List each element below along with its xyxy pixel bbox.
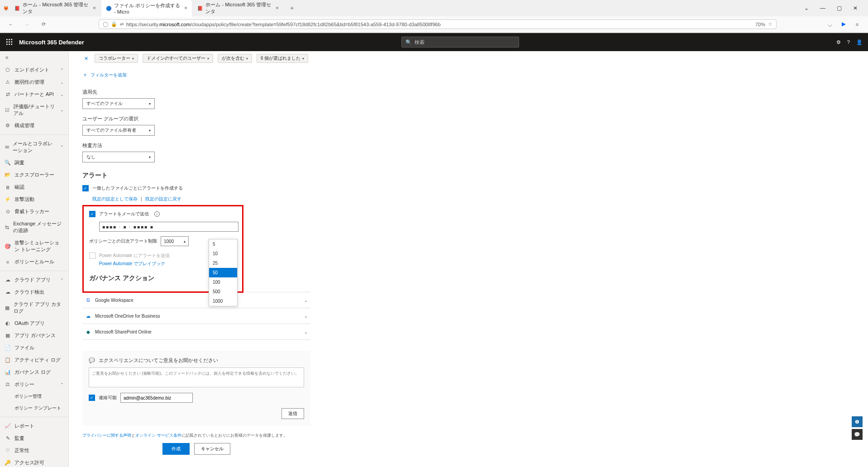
sidebar-item[interactable]: ⚙構成管理 bbox=[0, 119, 68, 132]
account-icon[interactable]: 👤 bbox=[856, 39, 863, 45]
sidebar-item[interactable]: 📂エクスプローラー bbox=[0, 169, 68, 181]
sidebar-item[interactable]: ▦アプリ ガバナンス bbox=[0, 329, 68, 342]
sidebar-item[interactable]: ⚠脆弱性の管理⌄ bbox=[0, 76, 68, 88]
sidebar-item[interactable]: ポリシー テンプレート bbox=[0, 402, 68, 414]
sidebar-item[interactable]: 🔑アクセス許可 bbox=[0, 457, 68, 467]
governance-app-row[interactable]: ◆Microsoft SharePoint Online⌄ bbox=[82, 324, 310, 340]
dropdown-option[interactable]: 5 bbox=[209, 239, 237, 249]
sidebar-item[interactable]: ≡ポリシーとルール bbox=[0, 256, 68, 268]
power-automate-checkbox[interactable] bbox=[89, 253, 95, 259]
sidebar-item[interactable]: ⇄パートナーと API⌄ bbox=[0, 88, 68, 100]
close-icon[interactable]: × bbox=[276, 5, 279, 11]
sidebar-item[interactable]: ⚖ポリシー⌃ bbox=[0, 378, 68, 391]
dropdown-option[interactable]: 25 bbox=[209, 258, 237, 268]
inspection-method-select[interactable]: なし▾ bbox=[82, 152, 155, 162]
sidebar-item[interactable]: ☑評価版/チュートリアル⌄ bbox=[0, 100, 68, 119]
sidebar-toggle[interactable]: ≡ bbox=[0, 51, 68, 64]
apply-to-select[interactable]: すべてのファイル▾ bbox=[82, 98, 155, 109]
settings-gear-icon[interactable]: ⚙ bbox=[836, 39, 841, 45]
footer-buttons: 作成 キャンセル bbox=[82, 443, 310, 455]
sidebar-item[interactable]: 🔍調査 bbox=[0, 157, 68, 169]
sidebar-item[interactable]: ◐OAuth アプリ bbox=[0, 317, 68, 329]
chevron-down-icon[interactable]: ⌄ bbox=[801, 3, 812, 14]
help-icon[interactable]: ? bbox=[847, 39, 850, 45]
pocket-icon[interactable]: ◡ bbox=[825, 20, 835, 29]
add-filter-button[interactable]: ＋ フィルターを追加 bbox=[82, 67, 854, 82]
contact-email-input[interactable] bbox=[120, 393, 193, 403]
app-launcher-icon[interactable] bbox=[5, 38, 14, 46]
create-alert-checkbox[interactable]: ✓ bbox=[82, 185, 89, 191]
minimize-button[interactable]: — bbox=[817, 3, 828, 14]
close-window-button[interactable]: ✕ bbox=[850, 3, 861, 14]
sidebar-item[interactable]: ✉メールとコラボレーション⌃ bbox=[0, 138, 68, 157]
filter-chip-contains[interactable]: が次を含む▾ bbox=[218, 54, 252, 63]
send-feedback-button[interactable]: 送信 bbox=[281, 408, 304, 419]
info-icon[interactable]: i bbox=[154, 211, 160, 217]
dropdown-option[interactable]: 500 bbox=[209, 287, 237, 296]
sidebar-item-label: OAuth アプリ bbox=[14, 320, 45, 327]
maximize-button[interactable]: ▢ bbox=[834, 3, 844, 14]
dropdown-option[interactable]: 10 bbox=[209, 249, 237, 258]
sidebar-item[interactable]: ☁クラウド アプリ⌃ bbox=[0, 274, 68, 286]
new-tab-button[interactable]: ＋ bbox=[284, 2, 300, 14]
user-group-select[interactable]: すべてのファイル所有者▾ bbox=[82, 125, 155, 136]
defender-favicon-icon: 🔵 bbox=[106, 5, 111, 11]
feedback-float-button[interactable]: 💬 bbox=[852, 429, 863, 440]
send-email-alert-checkbox[interactable]: ✓ bbox=[89, 211, 95, 217]
browser-tab-2-active[interactable]: 🔵 ファイル ポリシーを作成する - Micro × bbox=[101, 0, 192, 17]
filter-chip-collaborator[interactable]: コラボレーター▾ bbox=[95, 54, 138, 63]
global-search-input[interactable]: 🔍 検索 bbox=[401, 37, 519, 48]
sidebar-item-icon: ☁ bbox=[5, 277, 11, 283]
sidebar-item[interactable]: ☁クラウド検出 bbox=[0, 286, 68, 298]
star-icon[interactable]: ☆ bbox=[768, 21, 773, 27]
sidebar-item[interactable]: ♡正常性 bbox=[0, 444, 68, 457]
governance-app-row[interactable]: ☁Microsoft OneDrive for Business⌄ bbox=[82, 308, 310, 324]
back-button[interactable]: ← bbox=[5, 18, 17, 31]
contactable-checkbox[interactable]: ✓ bbox=[89, 395, 95, 401]
help-float-button[interactable]: ❶ bbox=[852, 416, 863, 427]
sidebar-item[interactable]: 📊ガバナンス ログ bbox=[0, 366, 68, 378]
remove-filter-icon[interactable]: ✕ bbox=[82, 56, 90, 62]
sidebar-item[interactable]: 🎯攻撃シミュレーション トレーニング bbox=[0, 237, 68, 256]
dropdown-option[interactable]: 100 bbox=[209, 277, 237, 287]
sidebar-item[interactable]: 📄ファイル bbox=[0, 342, 68, 354]
feedback-heading: エクスペリエンスについてご意見をお聞かせください bbox=[99, 357, 218, 364]
browser-tab-3[interactable]: 📕 ホーム - Microsoft 365 管理センタ × bbox=[193, 0, 283, 18]
feedback-textarea[interactable] bbox=[89, 367, 304, 387]
dropdown-option[interactable]: 1000 bbox=[209, 296, 237, 306]
browser-tab-1[interactable]: 📕 ホーム - Microsoft 365 管理センタ × bbox=[10, 0, 100, 18]
privacy-statement-link[interactable]: プライバシーに関する声明 bbox=[82, 433, 131, 438]
app-icon: ◆ bbox=[85, 329, 91, 335]
menu-icon[interactable]: ≡ bbox=[853, 20, 862, 29]
dropdown-option[interactable]: 50 bbox=[209, 268, 237, 277]
sidebar-item[interactable]: ⊙脅威トラッカー bbox=[0, 205, 68, 218]
reload-button[interactable]: ⟳ bbox=[37, 18, 50, 31]
sidebar-item[interactable]: ポリシー管理 bbox=[0, 391, 68, 402]
sidebar-item[interactable]: 📈レポート bbox=[0, 420, 68, 432]
save-default-link[interactable]: 既定の設定として保存 bbox=[92, 196, 138, 201]
sidebar-item[interactable]: ✎監査 bbox=[0, 432, 68, 444]
filter-chip-domain-users[interactable]: ドメインのすべてのユーザー▾ bbox=[143, 54, 213, 63]
service-terms-link[interactable]: オンライン サービス条件 bbox=[135, 433, 181, 438]
svg-rect-4 bbox=[9, 41, 10, 43]
url-input[interactable]: ◯ 🔒 ⇄ https://security.microsoft.com/clo… bbox=[99, 19, 777, 29]
cancel-button[interactable]: キャンセル bbox=[194, 443, 230, 455]
sidebar-item[interactable]: 📋アクティビティ ログ bbox=[0, 354, 68, 366]
sidebar-item[interactable]: ⬡エンドポイント⌃ bbox=[0, 64, 68, 76]
restore-default-link[interactable]: 既定の設定に戻す bbox=[145, 196, 181, 201]
tab-label: ファイル ポリシーを作成する - Micro bbox=[114, 2, 181, 14]
sidebar-item[interactable]: ⚡攻撃活動 bbox=[0, 193, 68, 205]
zoom-indicator[interactable]: 70% bbox=[755, 22, 765, 27]
daily-limit-select[interactable]: 1000 ▴ bbox=[161, 236, 189, 246]
alert-email-input[interactable]: ■■■■ · ■ · ■■■■ ■ bbox=[99, 222, 238, 232]
power-automate-icon[interactable]: ⯈ bbox=[839, 20, 848, 29]
filter-chip-selected-count[interactable]: 6 個が選ばれました▾ bbox=[257, 54, 308, 63]
close-icon[interactable]: × bbox=[184, 5, 187, 11]
sidebar-item[interactable]: ▦クラウド アプリ カタログ bbox=[0, 298, 68, 317]
sidebar-item-icon: ⬡ bbox=[5, 67, 11, 73]
sidebar-item[interactable]: ⇆Exchange メッセージの追跡 bbox=[0, 218, 68, 237]
sidebar-item[interactable]: 🗎確認 bbox=[0, 181, 68, 193]
create-button[interactable]: 作成 bbox=[162, 443, 190, 455]
governance-app-row[interactable]: GGoogle Workspace⌄ bbox=[82, 292, 310, 308]
close-icon[interactable]: × bbox=[93, 5, 96, 11]
